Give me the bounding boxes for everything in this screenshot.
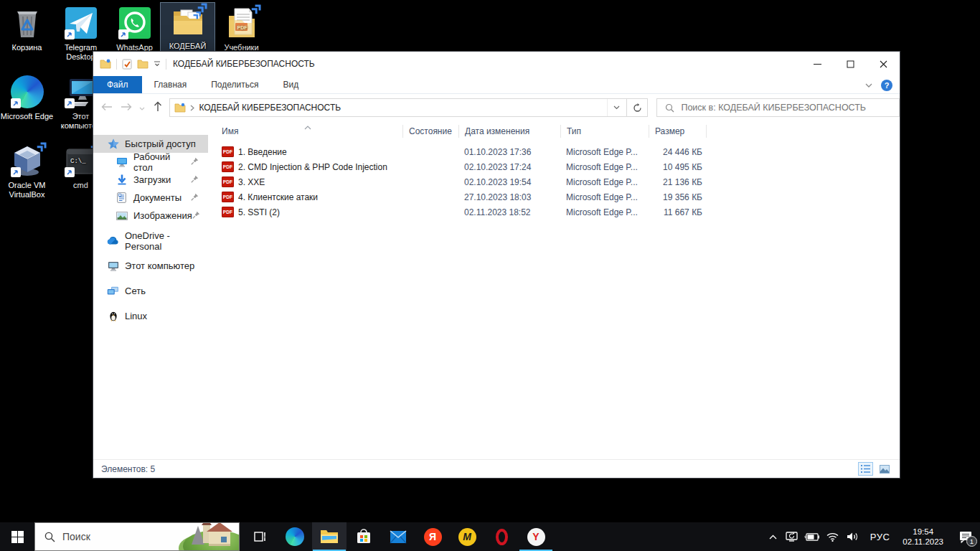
explorer-main: Быстрый доступ Рабочий стол Загрузки <box>93 122 900 459</box>
taskbar-yandex-browser-button[interactable]: Y <box>519 522 553 551</box>
tray-time: 19:54 <box>903 527 943 537</box>
tab-view[interactable]: Вид <box>270 76 311 93</box>
file-row[interactable]: PDF1. Введение 01.10.2023 17:36 Microsof… <box>208 144 900 159</box>
expand-ribbon-chevron-icon[interactable] <box>865 83 872 88</box>
sidebar-item-downloads[interactable]: Загрузки <box>93 171 208 189</box>
desktop-icon-kodebay[interactable]: PDF КОДЕБАЙ <box>161 3 215 53</box>
taskbar-edge-button[interactable] <box>278 522 312 551</box>
folder-pdf-icon: PDF <box>171 4 205 39</box>
taskbar-explorer-button[interactable] <box>312 522 347 551</box>
file-name[interactable]: 1. Введение <box>238 147 287 157</box>
task-view-button[interactable] <box>243 522 278 551</box>
file-rows: PDF1. Введение 01.10.2023 17:36 Microsof… <box>208 141 900 220</box>
sidebar-item-network[interactable]: Сеть <box>93 282 208 300</box>
customize-qat-chevron-icon[interactable] <box>154 61 161 67</box>
file-row[interactable]: PDF3. XXE 02.10.2023 19:54 Microsoft Edg… <box>208 174 900 189</box>
sidebar-item-pictures[interactable]: Изображения <box>93 207 208 225</box>
taskbar-search-box[interactable] <box>34 522 240 551</box>
volume-icon[interactable] <box>842 522 864 551</box>
taskbar-m-app-button[interactable]: M <box>450 522 484 551</box>
forward-button[interactable] <box>117 103 136 113</box>
wifi-icon[interactable] <box>823 522 842 551</box>
tab-share[interactable]: Поделиться <box>199 76 270 93</box>
explorer-search-input[interactable] <box>681 103 899 113</box>
windows-logo-icon <box>11 531 24 543</box>
title-bar[interactable]: КОДЕБАЙ КИБЕРБЕЗОПАСНОСТЬ <box>93 52 900 76</box>
close-button[interactable] <box>867 52 900 76</box>
refresh-button[interactable] <box>627 98 649 117</box>
details-view-button[interactable] <box>858 462 873 476</box>
column-header-status[interactable]: Состояние <box>402 125 458 138</box>
sidebar-item-onedrive[interactable]: OneDrive - Personal <box>93 232 208 250</box>
status-bar: Элементов: 5 <box>93 459 900 478</box>
maximize-button[interactable] <box>834 52 867 76</box>
file-name[interactable]: 3. XXE <box>238 177 265 187</box>
desktop-icon-uchebniki[interactable]: PDF Учебники <box>215 4 268 55</box>
action-center-button[interactable]: 1 <box>950 522 980 551</box>
window-folder-icon <box>100 59 111 69</box>
shortcut-arrow-icon <box>65 29 75 39</box>
up-button[interactable] <box>149 101 168 114</box>
explorer-search-box[interactable] <box>656 98 900 117</box>
sidebar-item-label: Изображения <box>133 210 192 221</box>
taskbar-search-input[interactable] <box>62 531 156 542</box>
help-button[interactable]: ? <box>881 80 892 91</box>
taskbar-yandex-button[interactable]: Я <box>415 522 450 551</box>
language-indicator[interactable]: РУС <box>864 522 897 551</box>
file-modified: 01.10.2023 17:36 <box>458 147 560 157</box>
breadcrumb[interactable]: КОДЕБАЙ КИБЕРБЕЗОПАСНОСТЬ <box>174 103 607 113</box>
taskbar-mail-button[interactable] <box>381 522 415 551</box>
tab-file[interactable]: Файл <box>93 76 142 93</box>
cast-display-icon[interactable] <box>782 522 801 551</box>
properties-button-icon[interactable] <box>122 59 132 70</box>
sidebar-item-desktop[interactable]: Рабочий стол <box>93 153 208 171</box>
battery-icon[interactable] <box>801 522 823 551</box>
desktop-icon-recycle-bin[interactable]: Корзина <box>0 4 54 55</box>
file-name[interactable]: 5. SSTI (2) <box>238 207 280 217</box>
column-header-size[interactable]: Размер <box>649 125 706 138</box>
clock[interactable]: 19:54 02.11.2023 <box>896 522 950 551</box>
sidebar-item-linux[interactable]: Linux <box>93 307 208 325</box>
desktop-icon-microsoft-edge[interactable]: Microsoft Edge <box>0 73 54 123</box>
file-name[interactable]: 2. CMD Injection & PHP Code Injection <box>238 162 387 172</box>
breadcrumb-folder-name[interactable]: КОДЕБАЙ КИБЕРБЕЗОПАСНОСТЬ <box>199 103 341 113</box>
file-size: 11 667 КБ <box>649 207 706 217</box>
start-button[interactable] <box>0 522 34 551</box>
desktop-icon-whatsapp[interactable]: WhatsApp <box>108 4 161 55</box>
file-name[interactable]: 4. Клиентские атаки <box>238 192 318 202</box>
back-button[interactable] <box>98 103 117 113</box>
column-header-modified[interactable]: Дата изменения <box>458 125 560 138</box>
column-header-name[interactable]: Имя <box>208 125 402 138</box>
file-row[interactable]: PDF2. CMD Injection & PHP Code Injection… <box>208 159 900 174</box>
large-icons-view-button[interactable] <box>877 462 892 476</box>
shortcut-arrow-icon <box>11 98 21 108</box>
sidebar-item-label: Рабочий стол <box>133 151 191 173</box>
sidebar-item-quick-access[interactable]: Быстрый доступ <box>93 135 208 153</box>
sidebar-item-documents[interactable]: Документы <box>93 189 208 207</box>
file-row[interactable]: PDF4. Клиентские атаки 27.10.2023 18:03 … <box>208 189 900 204</box>
view-switcher <box>858 462 892 476</box>
desktop-monitor-icon <box>116 157 128 167</box>
file-explorer-window: КОДЕБАЙ КИБЕРБЕЗОПАСНОСТЬ Файл Главная П… <box>93 52 900 478</box>
hidden-icons-chevron-icon[interactable] <box>765 522 782 551</box>
file-list-pane: Имя Состояние Дата изменения Тип Размер … <box>208 122 900 459</box>
file-size: 24 446 КБ <box>649 147 706 157</box>
sidebar-item-this-pc[interactable]: Этот компьютер <box>93 257 208 275</box>
column-header-type[interactable]: Тип <box>560 125 649 138</box>
file-type: Microsoft Edge P... <box>560 192 649 202</box>
recent-locations-chevron-icon[interactable] <box>136 103 149 113</box>
tab-home[interactable]: Главная <box>142 76 199 93</box>
yandex-browser-icon: Y <box>527 528 545 546</box>
minimize-button[interactable] <box>801 52 834 76</box>
new-folder-button-icon[interactable] <box>137 59 149 69</box>
column-divider <box>706 125 712 138</box>
separator <box>166 59 166 70</box>
file-row[interactable]: PDF5. SSTI (2) 02.11.2023 18:52 Microsof… <box>208 204 900 220</box>
address-bar[interactable]: КОДЕБАЙ КИБЕРБЕЗОПАСНОСТЬ <box>169 98 627 117</box>
search-highlight-image[interactable] <box>183 523 239 550</box>
onedrive-cloud-icon <box>107 237 119 245</box>
taskbar-opera-button[interactable] <box>484 522 519 551</box>
taskbar-store-button[interactable] <box>347 522 381 551</box>
address-dropdown-chevron-icon[interactable] <box>607 99 626 116</box>
desktop-icon-virtualbox[interactable]: Oracle VM VirtualBox <box>0 142 54 202</box>
